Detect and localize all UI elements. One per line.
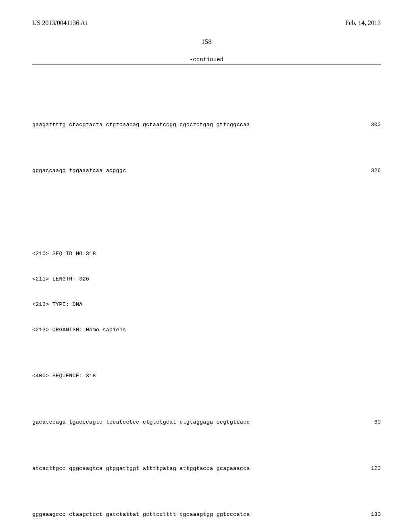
sequence-text: gacatccaga tgacccagtc tccatcctcc ctgtctg…: [32, 418, 250, 427]
sequence-text: gggaccaagg tggaaatcaa acgggc: [32, 167, 126, 175]
continued-label: -continued: [32, 56, 381, 63]
sequence-entry: <210> SEQ ID NO 318 <211> LENGTH: 326 <2…: [32, 233, 381, 532]
patent-page: US 2013/0041136 A1 Feb. 14, 2013 158 -co…: [0, 0, 413, 532]
sequence-position: 180: [352, 511, 381, 519]
seq-meta: <212> TYPE: DNA: [32, 301, 381, 309]
sequence-block: gaagattttg ctacgtacta ctgtcaacag gctaatc…: [32, 104, 381, 192]
seq-meta: <213> ORGANISM: Homo sapiens: [32, 326, 381, 335]
publication-date: Feb. 14, 2013: [345, 19, 381, 27]
page-header: US 2013/0041136 A1 Feb. 14, 2013: [32, 19, 381, 27]
seq-meta: <210> SEQ ID NO 318: [32, 250, 381, 258]
sequence-text: gaagattttg ctacgtacta ctgtcaacag gctaatc…: [32, 121, 250, 129]
seq-meta: <211> LENGTH: 326: [32, 275, 381, 284]
sequence-text: gggaaagccc ctaagctcct gatctattat gcttcct…: [32, 511, 250, 519]
sequence-line: atcacttgcc gggcaagtca gtggattggt attttga…: [32, 465, 381, 473]
sequence-line: gggaaagccc ctaagctcct gatctattat gcttcct…: [32, 511, 381, 519]
sequence-text: atcacttgcc gggcaagtca gtggattggt attttga…: [32, 465, 250, 473]
publication-number: US 2013/0041136 A1: [32, 19, 88, 27]
sequence-position: 326: [352, 167, 381, 175]
page-number: 158: [32, 38, 381, 46]
seq-header: <400> SEQUENCE: 318: [32, 372, 381, 380]
rule-top: [32, 64, 381, 64]
sequence-position: 120: [352, 465, 381, 473]
sequence-position: 60: [352, 418, 381, 427]
sequence-line: gacatccaga tgacccagtc tccatcctcc ctgtctg…: [32, 418, 381, 427]
sequence-line: gggaccaagg tggaaatcaa acgggc 326: [32, 167, 381, 175]
sequence-listing: gaagattttg ctacgtacta ctgtcaacag gctaatc…: [32, 70, 381, 532]
sequence-line: gaagattttg ctacgtacta ctgtcaacag gctaatc…: [32, 121, 381, 129]
sequence-position: 300: [352, 121, 381, 129]
